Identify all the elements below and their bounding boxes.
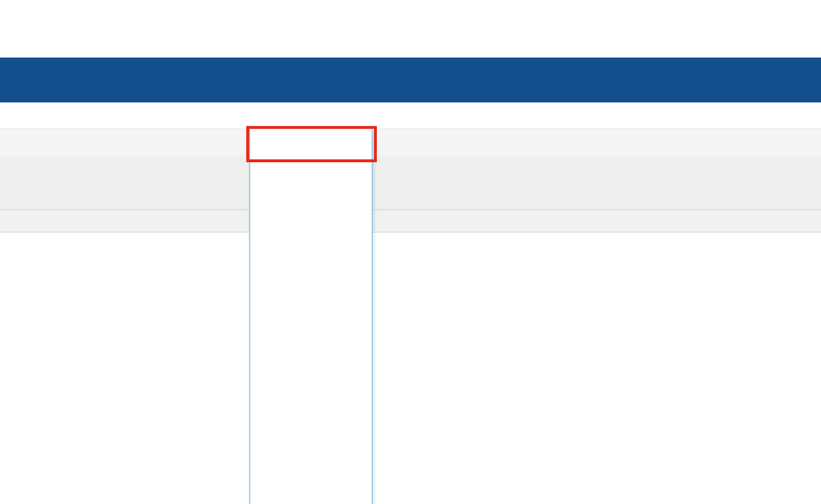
annotation-highlight-box [246,126,377,162]
main-nav [0,102,821,128]
brand-header [0,58,821,102]
tab-strip [0,128,821,155]
table-header [0,209,821,232]
data-table [0,209,821,504]
bookmarks-bar [0,28,821,58]
table-body [0,232,821,504]
browser-chrome [0,0,821,28]
system-menu-dropdown [249,129,373,504]
control-block [0,155,821,209]
